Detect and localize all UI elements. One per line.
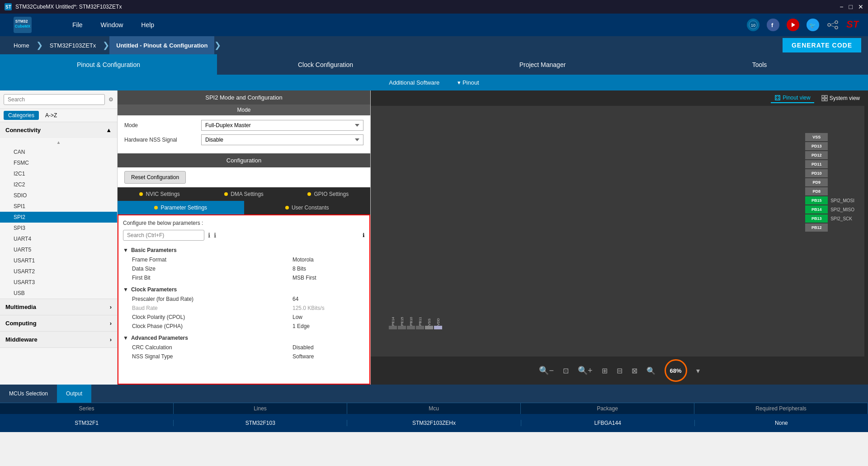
basic-params-header[interactable]: ▼ Basic Parameters xyxy=(123,245,365,255)
mode-field-select[interactable]: Full-Duplex Master xyxy=(201,120,363,131)
sub-nav-pinout[interactable]: ▾ Pinout xyxy=(458,79,479,86)
system-view-button[interactable]: System view xyxy=(818,94,863,103)
pin-box-vss-bottom[interactable] xyxy=(425,326,433,329)
facebook-icon[interactable]: f xyxy=(767,19,779,31)
svg-rect-20 xyxy=(776,96,777,97)
tab-nvic-settings[interactable]: NVIC Settings xyxy=(118,187,202,201)
sidebar-tab-categories[interactable]: Categories xyxy=(4,111,39,120)
pin-box-pb10[interactable] xyxy=(407,326,415,329)
pin-vdd: VDD xyxy=(434,312,442,329)
pinout-view-button[interactable]: Pinout view xyxy=(771,93,814,103)
advanced-params-header[interactable]: ▼ Advanced Parameters xyxy=(123,333,365,343)
reset-configuration-button[interactable]: Reset Configuration xyxy=(124,171,186,184)
pin-box-pd10[interactable]: PD10 xyxy=(805,169,828,177)
sidebar-item-usart3[interactable]: USART3 xyxy=(0,277,117,288)
twitter-icon[interactable]: 🐦 xyxy=(807,19,819,31)
pin-box-vss[interactable]: VSS xyxy=(805,133,828,141)
tab-project-manager[interactable]: Project Manager xyxy=(434,54,651,75)
zoom-in-icon[interactable]: 🔍+ xyxy=(578,366,593,376)
settings-icon[interactable]: ⚙ xyxy=(108,96,113,103)
breadcrumb-mcu[interactable]: STM32F103ZETx xyxy=(43,36,103,54)
nss-field-select[interactable]: Disable xyxy=(201,134,363,145)
tab-user-constants[interactable]: User Constants xyxy=(244,201,371,214)
sidebar-section-connectivity-header[interactable]: Connectivity ▲ xyxy=(0,122,117,138)
sidebar-item-usb[interactable]: USB xyxy=(0,288,117,299)
zoom-out-icon[interactable]: 🔍− xyxy=(539,366,554,376)
sidebar-item-i2c1[interactable]: I2C1 xyxy=(0,168,117,179)
pin-box-pe14[interactable] xyxy=(389,326,397,329)
info-button[interactable]: ℹ xyxy=(363,232,365,238)
breadcrumb-home[interactable]: Home xyxy=(7,36,36,54)
window-controls[interactable]: − □ ✕ xyxy=(840,3,863,10)
youtube-icon[interactable] xyxy=(787,19,799,31)
pin-box-pd9[interactable]: PD9 xyxy=(805,178,828,186)
param-search-input[interactable] xyxy=(123,230,204,241)
sidebar-item-fsmc[interactable]: FSMC xyxy=(0,157,117,168)
pin-box-pd11[interactable]: PD11 xyxy=(805,160,828,168)
sidebar-item-spi3[interactable]: SPI3 xyxy=(0,223,117,233)
sidebar-section-middleware-header[interactable]: Middleware › xyxy=(0,332,117,347)
pin-box-pb14[interactable]: PB14 xyxy=(805,205,828,214)
tab-clock-config[interactable]: Clock Configuration xyxy=(217,54,434,75)
sidebar-item-can[interactable]: CAN xyxy=(0,147,117,157)
window-menu[interactable]: Window xyxy=(101,21,123,29)
tab-pinout-config[interactable]: Pinout & Configuration xyxy=(0,54,217,75)
pin-box-pe15[interactable] xyxy=(398,326,406,329)
pin-pe15: PE15 xyxy=(398,312,406,329)
bottom-tab-output[interactable]: Output xyxy=(57,385,91,403)
pin-box-pb11[interactable] xyxy=(416,326,424,329)
clock-params-header[interactable]: ▼ Clock Parameters xyxy=(123,285,365,295)
pin-box-pd13[interactable]: PD13 xyxy=(805,142,828,150)
param-row-baud-rate: Baud Rate 125.0 KBits/s xyxy=(123,304,365,313)
maximize-button[interactable]: □ xyxy=(849,3,853,10)
sidebar-item-uart4[interactable]: UART4 xyxy=(0,233,117,244)
generate-code-button[interactable]: GENERATE CODE xyxy=(783,38,861,52)
pin-box-pd8[interactable]: PD8 xyxy=(805,187,828,195)
param-row-nss-type: NSS Signal Type Software xyxy=(123,352,365,361)
sidebar: ⚙ Categories A->Z Connectivity ▲ ▲ CAN F… xyxy=(0,90,118,385)
mode-row-mode: Mode Full-Duplex Master xyxy=(124,120,363,131)
dropdown-icon[interactable]: ▾ xyxy=(696,366,700,375)
search-chip-icon[interactable]: 🔍 xyxy=(646,366,656,375)
pin-box-pb15[interactable]: PB15 xyxy=(805,196,828,204)
minimize-button[interactable]: − xyxy=(840,3,843,10)
sidebar-section-computing-header[interactable]: Computing › xyxy=(0,315,117,331)
search-input[interactable] xyxy=(4,94,105,105)
tab-dma-settings[interactable]: DMA Settings xyxy=(202,187,286,201)
pin-box-pb12[interactable]: PB12 xyxy=(805,223,828,232)
param-row-cpha: Clock Phase (CPHA) 1 Edge xyxy=(123,322,365,331)
sidebar-item-i2c2[interactable]: I2C2 xyxy=(0,179,117,190)
sidebar-item-sdio[interactable]: SDIO xyxy=(0,190,117,201)
sidebar-section-multimedia-header[interactable]: Multimedia › xyxy=(0,299,117,315)
sidebar-tab-az[interactable]: A->Z xyxy=(41,111,61,120)
sidebar-item-spi2[interactable]: SPI2 xyxy=(0,212,117,223)
pin-box-vdd[interactable] xyxy=(434,326,442,329)
sidebar-item-uart5[interactable]: UART5 xyxy=(0,244,117,255)
frame-icon[interactable]: ⊞ xyxy=(602,366,608,375)
pin-box-pb13[interactable]: PB13 xyxy=(805,214,828,223)
fit-screen-icon[interactable]: ⊡ xyxy=(563,366,569,375)
sidebar-item-spi1[interactable]: SPI1 xyxy=(0,201,117,212)
tab-gpio-settings[interactable]: GPIO Settings xyxy=(286,187,370,201)
sidebar-item-usart1[interactable]: USART1 xyxy=(0,255,117,266)
dma-dot xyxy=(224,192,228,196)
scroll-bar[interactable] xyxy=(864,106,868,357)
tab-parameter-settings[interactable]: Parameter Settings xyxy=(118,201,244,214)
help-menu[interactable]: Help xyxy=(141,21,154,29)
header-lines: Lines xyxy=(174,403,347,414)
svg-rect-25 xyxy=(825,95,827,98)
bottom-tab-mcu-selection[interactable]: MCUs Selection xyxy=(0,385,57,403)
network-icon[interactable] xyxy=(826,19,839,31)
header-series: Series xyxy=(0,403,174,414)
sub-nav-additional-software[interactable]: Additional Software xyxy=(389,79,439,86)
sidebar-item-usart2[interactable]: USART2 xyxy=(0,266,117,277)
svg-rect-19 xyxy=(775,95,780,100)
tab-tools[interactable]: Tools xyxy=(651,54,868,75)
pin-box-pd12[interactable]: PD12 xyxy=(805,151,828,159)
columns-icon[interactable]: ⊠ xyxy=(632,366,637,375)
svg-line-17 xyxy=(830,25,835,27)
breadcrumb-project[interactable]: Untitled - Pinout & Configuration xyxy=(109,36,214,54)
layers-icon[interactable]: ⊟ xyxy=(617,366,623,375)
file-menu[interactable]: File xyxy=(72,21,83,29)
close-button[interactable]: ✕ xyxy=(858,3,863,10)
